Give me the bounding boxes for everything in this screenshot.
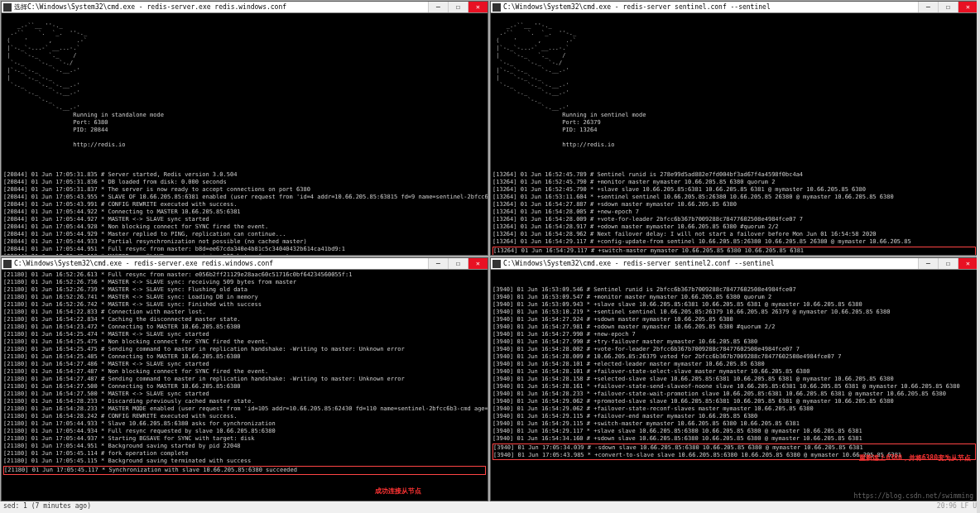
- highlighted-log: [21180] 01 Jun 17:05:45.117 * Synchroniz…: [3, 466, 486, 475]
- window-controls: ─ ☐ ✕: [918, 2, 978, 12]
- annotation-text: 成功连接从节点: [375, 487, 421, 496]
- highlighted-log: [13264] 01 Jun 16:54:29.117 # +switch-ma…: [492, 247, 976, 255]
- url-text: http://redis.io: [562, 141, 614, 148]
- log-lines: [13264] 01 Jun 16:52:45.789 # Sentinel r…: [492, 171, 911, 245]
- cmd-icon: [3, 260, 12, 268]
- close-button[interactable]: ✕: [468, 2, 488, 12]
- titlebar[interactable]: 选择C:\Windows\System32\cmd.exe - redis-se…: [2, 2, 488, 13]
- minimize-button[interactable]: ─: [918, 258, 938, 269]
- titlebar[interactable]: C:\Windows\System32\cmd.exe - redis-serv…: [2, 258, 488, 270]
- status-right: 20:96 LF U: [937, 502, 977, 512]
- status-left: sed: 1 (7 minutes ago): [3, 502, 91, 512]
- mode-text: Running in sentinel mode: [562, 112, 646, 118]
- cmd-icon: [3, 3, 12, 12]
- minimize-button[interactable]: ─: [428, 258, 448, 269]
- titlebar[interactable]: C:\Windows\System32\cmd.exe - redis-serv…: [491, 2, 978, 13]
- window-title: C:\Windows\System32\cmd.exe - redis-serv…: [14, 260, 273, 267]
- window-title: 选择C:\Windows\System32\cmd.exe - redis-se…: [14, 2, 286, 12]
- mode-text: Running in standalone mode: [73, 112, 164, 118]
- window-controls: ─ ☐ ✕: [428, 258, 488, 269]
- log-lines: [21180] 01 Jun 16:52:26.613 * Full resyn…: [3, 271, 488, 464]
- window-title: C:\Windows\System32\cmd.exe - redis-serv…: [503, 3, 771, 11]
- ide-statusbar[interactable]: sed: 1 (7 minutes ago) 20:96 LF U: [0, 501, 980, 513]
- url-text: http://redis.io: [73, 141, 125, 148]
- terminal-output[interactable]: _.-``__ ''-._ .-`` `. `_. ''-._ ( ' , .-…: [2, 13, 488, 255]
- terminal-output[interactable]: [3940] 01 Jun 16:53:09.546 # Sentinel ru…: [491, 270, 978, 501]
- annotation-text: 重新连上6380，并将6380变为从节点: [859, 453, 971, 463]
- log-lines: [3940] 01 Jun 16:53:09.546 # Sentinel ru…: [492, 286, 960, 442]
- window-controls: ─ ☐ ✕: [428, 2, 488, 12]
- terminal-window-bottom-left: C:\Windows\System32\cmd.exe - redis-serv…: [1, 257, 488, 501]
- close-button[interactable]: ✕: [468, 258, 488, 269]
- terminal-output[interactable]: [21180] 01 Jun 16:52:26.613 * Full resyn…: [2, 270, 488, 501]
- minimize-button[interactable]: ─: [428, 2, 448, 12]
- maximize-button[interactable]: ☐: [448, 258, 468, 269]
- port-text: Port: 6380: [73, 119, 108, 126]
- terminal-window-top-right: C:\Windows\System32\cmd.exe - redis-serv…: [490, 1, 978, 256]
- maximize-button[interactable]: ☐: [938, 258, 958, 269]
- cmd-icon: [492, 3, 501, 12]
- titlebar[interactable]: C:\Windows\System32\cmd.exe - redis-serv…: [491, 258, 978, 270]
- maximize-button[interactable]: ☐: [938, 2, 958, 12]
- redis-ascii-logo: _.-``__ ''-._ .-`` `. `_. ''-._ ( ' , .-…: [492, 22, 576, 111]
- ide-right-gutter: [977, 0, 980, 513]
- maximize-button[interactable]: ☐: [448, 2, 468, 12]
- terminal-window-top-left: 选择C:\Windows\System32\cmd.exe - redis-se…: [1, 1, 488, 256]
- close-button[interactable]: ✕: [958, 2, 978, 12]
- terminal-output[interactable]: _.-``__ ''-._ .-`` `. `_. ''-._ ( ' , .-…: [491, 13, 978, 255]
- close-button[interactable]: ✕: [958, 258, 978, 269]
- cmd-icon: [492, 260, 501, 268]
- window-controls: ─ ☐ ✕: [918, 258, 978, 269]
- log-lines: [20844] 01 Jun 17:05:31.835 # Server sta…: [3, 171, 488, 255]
- watermark-text: https://blog.csdn.net/swimming: [854, 492, 974, 500]
- pid-text: PID: 20844: [73, 127, 108, 133]
- port-text: Port: 26379: [562, 119, 600, 126]
- window-title: C:\Windows\System32\cmd.exe - redis-serv…: [503, 260, 775, 267]
- pid-text: PID: 13264: [562, 127, 597, 133]
- redis-ascii-logo: _.-``__ ''-._ .-`` `. `_. ''-._ ( ' , .-…: [3, 22, 87, 111]
- minimize-button[interactable]: ─: [918, 2, 938, 12]
- terminal-window-bottom-right: C:\Windows\System32\cmd.exe - redis-serv…: [490, 257, 978, 501]
